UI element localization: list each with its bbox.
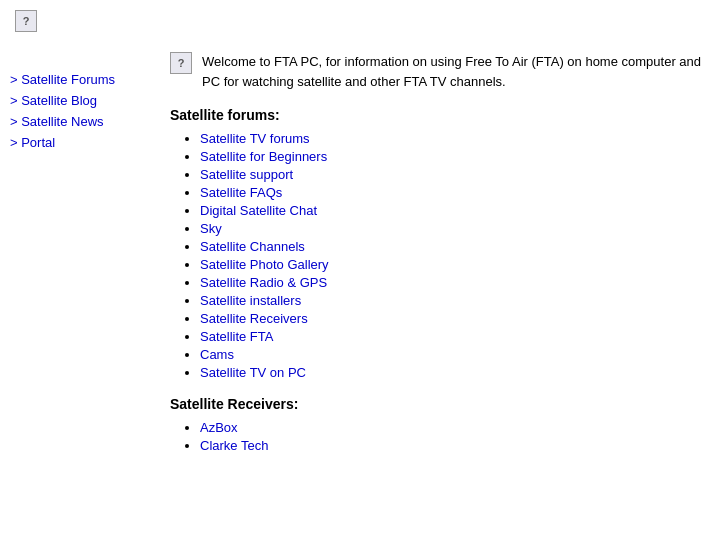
list-item: Satellite installers	[200, 293, 712, 308]
main-content: Welcome to FTA PC, for information on us…	[160, 52, 727, 469]
sidebar-link[interactable]: > Portal	[10, 135, 150, 150]
list-item: Satellite Receivers	[200, 311, 712, 326]
section-list: AzBoxClarke Tech	[170, 420, 712, 453]
section-link[interactable]: Sky	[200, 221, 222, 236]
list-item: Cams	[200, 347, 712, 362]
section-link[interactable]: Satellite installers	[200, 293, 301, 308]
list-item: Satellite Photo Gallery	[200, 257, 712, 272]
top-logo-area	[0, 0, 727, 42]
welcome-block: Welcome to FTA PC, for information on us…	[170, 52, 712, 91]
section-link[interactable]: AzBox	[200, 420, 238, 435]
list-item: Digital Satellite Chat	[200, 203, 712, 218]
section-link[interactable]: Satellite FAQs	[200, 185, 282, 200]
list-item: Satellite TV forums	[200, 131, 712, 146]
list-item: Satellite FAQs	[200, 185, 712, 200]
section-link[interactable]: Satellite Photo Gallery	[200, 257, 329, 272]
list-item: Satellite Radio & GPS	[200, 275, 712, 290]
sidebar: > Satellite Forums> Satellite Blog> Sate…	[0, 52, 160, 469]
section-link[interactable]: Clarke Tech	[200, 438, 268, 453]
section-list: Satellite TV forumsSatellite for Beginne…	[170, 131, 712, 380]
section-link[interactable]: Satellite TV on PC	[200, 365, 306, 380]
section-link[interactable]: Satellite Radio & GPS	[200, 275, 327, 290]
list-item: Satellite support	[200, 167, 712, 182]
list-item: Sky	[200, 221, 712, 236]
list-item: AzBox	[200, 420, 712, 435]
top-logo-image	[15, 10, 37, 32]
section-link[interactable]: Satellite Channels	[200, 239, 305, 254]
list-item: Satellite TV on PC	[200, 365, 712, 380]
section-link[interactable]: Satellite TV forums	[200, 131, 310, 146]
section-heading: Satellite Receivers:	[170, 396, 712, 412]
welcome-image	[170, 52, 192, 74]
section-link[interactable]: Satellite Receivers	[200, 311, 308, 326]
section-link[interactable]: Satellite for Beginners	[200, 149, 327, 164]
list-item: Satellite Channels	[200, 239, 712, 254]
sidebar-link[interactable]: > Satellite Blog	[10, 93, 150, 108]
list-item: Satellite for Beginners	[200, 149, 712, 164]
sidebar-link[interactable]: > Satellite Forums	[10, 72, 150, 87]
section-link[interactable]: Satellite support	[200, 167, 293, 182]
section-link[interactable]: Digital Satellite Chat	[200, 203, 317, 218]
section-link[interactable]: Satellite FTA	[200, 329, 273, 344]
list-item: Satellite FTA	[200, 329, 712, 344]
sidebar-link[interactable]: > Satellite News	[10, 114, 150, 129]
section-heading: Satellite forums:	[170, 107, 712, 123]
list-item: Clarke Tech	[200, 438, 712, 453]
welcome-text: Welcome to FTA PC, for information on us…	[202, 52, 712, 91]
section-link[interactable]: Cams	[200, 347, 234, 362]
